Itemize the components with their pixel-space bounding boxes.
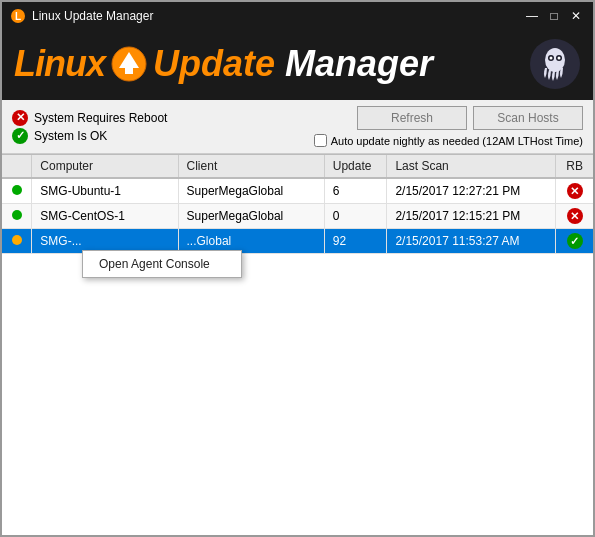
context-menu: Open Agent Console <box>82 250 242 278</box>
svg-text:L: L <box>15 11 21 22</box>
status-dot-icon <box>12 210 22 220</box>
logo-linux-text: Linux <box>14 43 105 85</box>
row-computer: SMG-Ubuntu-1 <box>32 178 178 204</box>
svg-point-9 <box>550 57 553 60</box>
row-status-cell <box>2 204 32 229</box>
table-row[interactable]: SMG-CentOS-1SuperMegaGlobal02/15/2017 12… <box>2 204 593 229</box>
main-window: L Linux Update Manager — □ ✕ Linux Updat… <box>0 0 595 537</box>
svg-rect-4 <box>125 68 133 74</box>
logo-area: Linux Update Manager <box>14 43 433 85</box>
col-header-client: Client <box>178 155 324 178</box>
row-status-cell <box>2 229 32 254</box>
table-row[interactable]: SMG-Ubuntu-1SuperMegaGlobal62/15/2017 12… <box>2 178 593 204</box>
rb-ok-icon: ✓ <box>567 233 583 249</box>
status-area: ✕ System Requires Reboot ✓ System Is OK <box>12 110 167 144</box>
row-client: SuperMegaGlobal <box>178 178 324 204</box>
table-header-row: Computer Client Update Last Scan RB <box>2 155 593 178</box>
title-bar-controls: — □ ✕ <box>523 7 585 25</box>
title-bar: L Linux Update Manager — □ ✕ <box>2 2 593 30</box>
col-header-update: Update <box>324 155 387 178</box>
table-container: Computer Client Update Last Scan RB SMG-… <box>2 154 593 535</box>
auto-update-row: Auto update nightly as needed (12AM LTHo… <box>314 134 583 147</box>
row-last-scan: 2/15/2017 12:27:21 PM <box>387 178 556 204</box>
row-update: 92 <box>324 229 387 254</box>
col-header-status <box>2 155 32 178</box>
row-status-cell <box>2 178 32 204</box>
row-last-scan: 2/15/2017 11:53:27 AM <box>387 229 556 254</box>
row-last-scan: 2/15/2017 12:15:21 PM <box>387 204 556 229</box>
col-header-rb: RB <box>556 155 593 178</box>
squid-icon <box>529 38 581 90</box>
status-dot-icon <box>12 235 22 245</box>
row-update: 6 <box>324 178 387 204</box>
button-row: Refresh Scan Hosts <box>357 106 583 130</box>
scan-hosts-button[interactable]: Scan Hosts <box>473 106 583 130</box>
minimize-button[interactable]: — <box>523 7 541 25</box>
row-computer: SMG-CentOS-1 <box>32 204 178 229</box>
status-dot-icon <box>12 185 22 195</box>
auto-update-checkbox[interactable] <box>314 134 327 147</box>
logo-arrow-icon <box>111 46 147 82</box>
refresh-button[interactable]: Refresh <box>357 106 467 130</box>
app-icon: L <box>10 8 26 24</box>
buttons-area: Refresh Scan Hosts Auto update nightly a… <box>314 106 583 147</box>
svg-point-10 <box>558 57 561 60</box>
status-error-icon: ✕ <box>12 110 28 126</box>
row-rb-cell: ✓ <box>556 229 593 254</box>
row-client: SuperMegaGlobal <box>178 204 324 229</box>
col-header-computer: Computer <box>32 155 178 178</box>
auto-update-label: Auto update nightly as needed (12AM LTHo… <box>331 135 583 147</box>
toolbar: ✕ System Requires Reboot ✓ System Is OK … <box>2 100 593 154</box>
row-update: 0 <box>324 204 387 229</box>
hosts-table: Computer Client Update Last Scan RB SMG-… <box>2 155 593 254</box>
logo-manager-text: Manager <box>275 43 433 85</box>
col-header-lastscan: Last Scan <box>387 155 556 178</box>
context-menu-open-agent-console[interactable]: Open Agent Console <box>83 251 241 277</box>
status-reboot-text: System Requires Reboot <box>34 111 167 125</box>
row-rb-cell: ✕ <box>556 178 593 204</box>
maximize-button[interactable]: □ <box>545 7 563 25</box>
row-rb-cell: ✕ <box>556 204 593 229</box>
status-ok-icon: ✓ <box>12 128 28 144</box>
close-button[interactable]: ✕ <box>567 7 585 25</box>
table-body: SMG-Ubuntu-1SuperMegaGlobal62/15/2017 12… <box>2 178 593 254</box>
title-bar-text: Linux Update Manager <box>32 9 523 23</box>
status-reboot: ✕ System Requires Reboot <box>12 110 167 126</box>
rb-error-icon: ✕ <box>567 208 583 224</box>
status-ok-text: System Is OK <box>34 129 107 143</box>
status-ok: ✓ System Is OK <box>12 128 167 144</box>
logo-update-text: Update <box>153 43 275 85</box>
header-banner: Linux Update Manager <box>2 30 593 100</box>
rb-error-icon: ✕ <box>567 183 583 199</box>
